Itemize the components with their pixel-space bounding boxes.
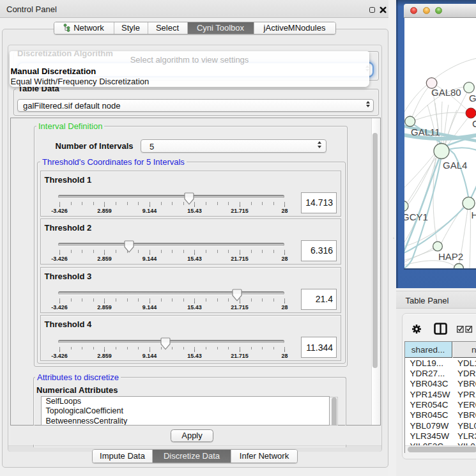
svg-text:GAL4: GAL4 [443,159,467,170]
svg-text:GA: GA [469,93,476,104]
svg-text:H: H [471,210,476,220]
svg-text:GAL11: GAL11 [411,127,440,137]
svg-text:HAP2: HAP2 [438,250,463,261]
svg-text:GAL80: GAL80 [431,87,461,98]
svg-text:C: C [472,118,476,129]
svg-text:GCY1: GCY1 [404,211,428,222]
